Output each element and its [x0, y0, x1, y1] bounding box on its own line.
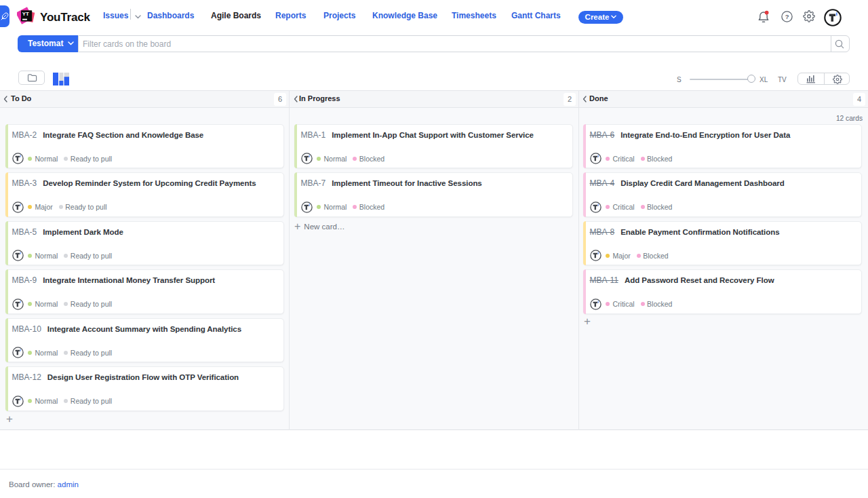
svg-text:?: ? [785, 13, 789, 20]
svg-text:YT: YT [22, 11, 29, 17]
